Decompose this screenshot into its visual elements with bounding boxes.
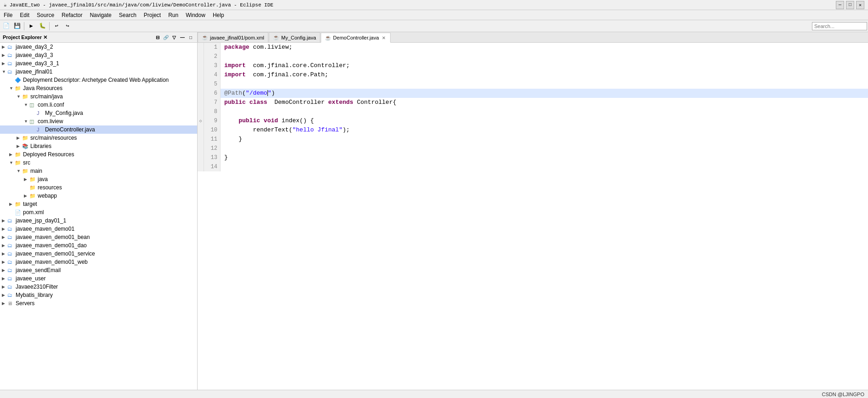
tree-arrow[interactable]: ▶ (2, 293, 7, 297)
menu-item-file[interactable]: File (0, 11, 16, 19)
tree-arrow[interactable]: ▶ (2, 235, 7, 239)
tree-arrow[interactable]: ▶ (2, 53, 7, 57)
code-content-14[interactable] (221, 162, 868, 171)
tree-arrow[interactable]: ▼ (9, 86, 15, 91)
tree-item-com_li_conf[interactable]: ▼ ◫ com.li.conf (0, 101, 197, 109)
undo-button[interactable]: ↩ (51, 21, 62, 31)
code-editor[interactable]: 1package com.liview;23import com.jfinal.… (198, 43, 868, 390)
tree-arrow[interactable]: ▶ (17, 136, 22, 140)
tree-item-main[interactable]: ▼ 📁 main (0, 167, 197, 175)
code-content-1[interactable]: package com.liview; (221, 43, 868, 52)
tree-arrow[interactable]: ▼ (17, 169, 22, 173)
tree-item-mybatis_library[interactable]: ▶ 🗂 Mybatis_library (0, 291, 197, 299)
tree-item-javaee_maven_demo01_dao[interactable]: ▶ 🗂 javaee_maven_demo01_dao (0, 241, 197, 250)
tree-arrow[interactable]: ▶ (2, 276, 7, 281)
tree-item-servers[interactable]: ▶ 🖥 Servers (0, 299, 197, 307)
tree-arrow[interactable]: ▶ (9, 202, 15, 206)
tree-item-src[interactable]: ▼ 📁 src (0, 159, 197, 167)
debug-button[interactable]: 🐛 (37, 21, 47, 31)
tree-item-javaee_jfinal01[interactable]: ▼ 🗂 javaee_jfinal01 (0, 68, 197, 76)
save-button[interactable]: 💾 (12, 21, 22, 31)
tree-arrow[interactable]: ▶ (2, 45, 7, 49)
menu-item-help[interactable]: Help (209, 11, 228, 19)
tab-democontroller[interactable]: ☕DemoController.java✕ (321, 33, 391, 43)
menu-item-navigate[interactable]: Navigate (86, 11, 115, 19)
tree-item-resources[interactable]: 📁 resources (0, 183, 197, 192)
code-content-7[interactable]: public class DemoController extends Cont… (221, 98, 868, 107)
tree-item-javaee2310filter[interactable]: ▶ 🗂 Javaee2310Filter (0, 283, 197, 291)
tree-arrow[interactable]: ▼ (24, 119, 29, 124)
run-button[interactable]: ▶ (26, 21, 36, 31)
code-content-2[interactable] (221, 52, 868, 61)
tree-item-javaee_day3_2[interactable]: ▶ 🗂 javaee_day3_2 (0, 43, 197, 51)
project-explorer-content[interactable]: ▶ 🗂 javaee_day3_2 ▶ 🗂 javaee_day3_3 ▶ 🗂 … (0, 43, 197, 390)
tree-arrow[interactable]: ▶ (2, 243, 7, 248)
tree-item-javaee_maven_demo01[interactable]: ▶ 🗂 javaee_maven_demo01 (0, 225, 197, 233)
minimize-button[interactable]: — (836, 1, 844, 9)
tree-item-java[interactable]: ▶ 📁 java (0, 175, 197, 183)
tab-pom[interactable]: ☕javaee_jfinal01/pom.xml (198, 32, 268, 42)
menu-item-source[interactable]: Source (33, 11, 58, 19)
tree-item-src_main_resources[interactable]: ▶ 📁 src/main/resources (0, 134, 197, 142)
tree-arrow[interactable]: ▶ (17, 144, 22, 148)
menu-item-window[interactable]: Window (182, 11, 209, 19)
menu-item-search[interactable]: Search (115, 11, 140, 19)
tree-item-src_main_java[interactable]: ▼ 📁 src/main/java (0, 92, 197, 101)
tree-item-javaee_user[interactable]: ▶ 🗂 javaee_user (0, 274, 197, 283)
tree-item-javaee_sendEmail[interactable]: ▶ 🗂 javaee_sendEmail (0, 266, 197, 274)
tree-arrow[interactable]: ▶ (2, 227, 7, 231)
tree-item-deployment_descriptor[interactable]: 🔷 Deployment Descriptor: Archetype Creat… (0, 76, 197, 84)
minimize-view-button[interactable]: — (179, 34, 186, 41)
code-content-10[interactable]: renderText("hello Jfinal"); (221, 125, 868, 135)
tab-close-button[interactable]: ✕ (381, 35, 386, 40)
code-content-5[interactable] (221, 80, 868, 89)
new-button[interactable]: 📄 (1, 21, 11, 31)
tree-arrow[interactable]: ▶ (2, 260, 7, 264)
tree-arrow[interactable]: ▶ (2, 61, 7, 66)
tree-arrow[interactable]: ▶ (9, 152, 15, 157)
tree-arrow[interactable]: ▼ (9, 160, 15, 165)
menu-item-project[interactable]: Project (140, 11, 165, 19)
code-content-8[interactable] (221, 107, 868, 116)
code-content-13[interactable]: } (221, 153, 868, 162)
tree-item-pom_xml[interactable]: 📄 pom.xml (0, 208, 197, 216)
tree-arrow[interactable]: ▼ (17, 94, 22, 99)
tree-item-javaee_maven_demo01_web[interactable]: ▶ 🗂 javaee_maven_demo01_web (0, 258, 197, 266)
tree-item-javaee_maven_demo01_service[interactable]: ▶ 🗂 javaee_maven_demo01_service (0, 250, 197, 258)
code-content-4[interactable]: import com.jfinal.core.Path; (221, 70, 868, 80)
code-content-11[interactable]: } (221, 135, 868, 144)
tree-item-target[interactable]: ▶ 📁 target (0, 200, 197, 208)
code-content-9[interactable]: public void index() { (221, 116, 868, 125)
tree-arrow[interactable]: ▼ (24, 102, 29, 107)
tree-arrow[interactable]: ▶ (2, 301, 7, 306)
redo-button[interactable]: ↪ (62, 21, 73, 31)
collapse-all-button[interactable]: ⊟ (154, 34, 161, 41)
tree-item-webapp[interactable]: ▶ 📁 webapp (0, 192, 197, 200)
tree-item-java_resources[interactable]: ▼ 📁 Java Resources (0, 84, 197, 92)
link-editor-button[interactable]: 🔗 (162, 34, 170, 41)
tree-arrow[interactable]: ▶ (2, 218, 7, 223)
tree-item-democontroller[interactable]: J DemoController.java (0, 125, 197, 134)
maximize-button[interactable]: □ (846, 1, 854, 9)
menu-item-run[interactable]: Run (165, 11, 182, 19)
tree-item-deployed_resources[interactable]: ▶ 📁 Deployed Resources (0, 150, 197, 159)
maximize-view-button[interactable]: □ (187, 34, 194, 41)
search-input[interactable] (812, 22, 867, 30)
menu-item-edit[interactable]: Edit (16, 11, 33, 19)
tree-arrow[interactable]: ▶ (2, 268, 7, 273)
tree-item-javaee_jsp_day01_1[interactable]: ▶ 🗂 javaee_jsp_day01_1 (0, 216, 197, 225)
tree-item-my_config[interactable]: J My_Config.java (0, 109, 197, 117)
menu-item-refactor[interactable]: Refactor (58, 11, 86, 19)
tree-item-libraries[interactable]: ▶ 📚 Libraries (0, 142, 197, 150)
tree-arrow[interactable]: ▼ (2, 69, 7, 74)
tree-item-com_liview[interactable]: ▼ ◫ com.liview (0, 117, 197, 125)
tree-arrow[interactable]: ▶ (2, 284, 7, 289)
tree-item-javaee_day3_3_1[interactable]: ▶ 🗂 javaee_day3_3_1 (0, 59, 197, 68)
code-content-12[interactable] (221, 144, 868, 153)
tree-arrow[interactable]: ▶ (24, 177, 29, 182)
view-menu-button[interactable]: ▽ (170, 34, 178, 41)
close-button[interactable]: ✕ (856, 1, 864, 9)
tree-item-javaee_maven_demo01_bean[interactable]: ▶ 🗂 javaee_maven_demo01_bean (0, 233, 197, 241)
tab-myconfig[interactable]: ☕My_Config.java (269, 32, 320, 42)
tree-item-javaee_day3_3[interactable]: ▶ 🗂 javaee_day3_3 (0, 51, 197, 59)
